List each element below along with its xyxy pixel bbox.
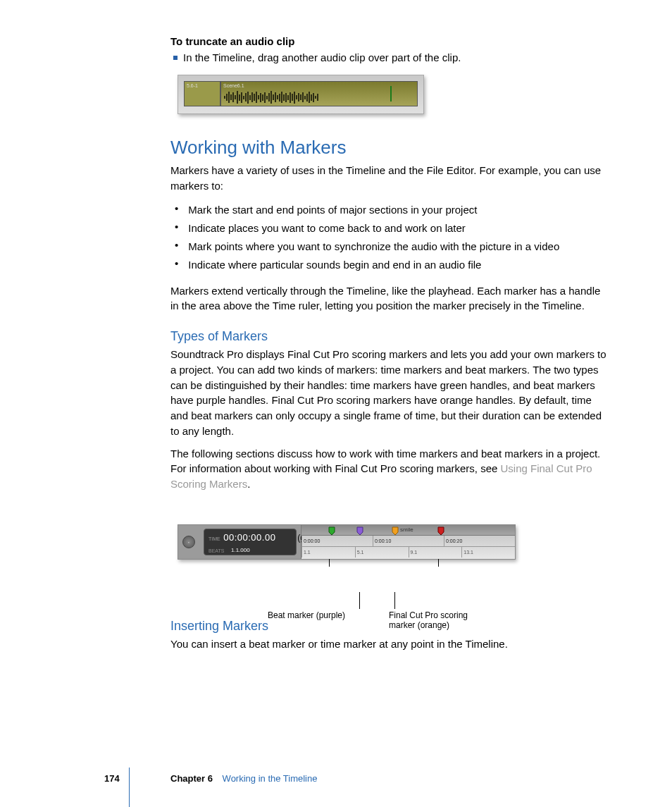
tick-time-0: 0:00:00	[301, 536, 373, 546]
bullet-square-icon	[173, 56, 178, 60]
tick-row-beats: 1.1 5.1 9.1 13.1	[301, 547, 515, 557]
ruler-timeline: smile 0:00:00 0:00:10 0:00:20 1.1 5.1 9.…	[301, 525, 515, 559]
tick-beat-3: 13.1	[461, 547, 515, 557]
bullet-dot-icon: •	[175, 238, 178, 256]
time-marker-icon	[328, 526, 335, 536]
markers-para2: Markers extend vertically through the Ti…	[170, 283, 609, 314]
bullet-dot-icon: •	[175, 201, 178, 219]
bullet-dot-icon: •	[175, 256, 178, 274]
callout-fcp-marker: Final Cut Pro scoring marker (orange)	[389, 610, 468, 631]
scoring-marker-icon	[392, 526, 399, 536]
markers-intro: Markers have a variety of uses in the Ti…	[170, 163, 609, 194]
types-para1: Soundtrack Pro displays Final Cut Pro sc…	[170, 347, 609, 439]
working-with-markers-heading: Working with Markers	[170, 137, 609, 159]
markers-use-2: Mark points where you want to synchroniz…	[188, 238, 559, 256]
chapter-label: Chapter 6	[170, 773, 213, 784]
clip-right: Scene6.1	[220, 81, 418, 106]
timeline-ruler-illustration: Time marker (green) End-of-project marke…	[178, 524, 516, 560]
ruler-panel: · TIME 00:00:00.00 BEATS 1.1.000	[178, 524, 516, 560]
zoom-control: ·	[178, 525, 199, 559]
scoring-marker-label: smile	[400, 526, 413, 533]
chapter-title: Working in the Timeline	[223, 773, 318, 784]
clip-left: 5.6-1	[184, 81, 220, 106]
time-display: TIME 00:00:00.00 BEATS 1.1.000	[204, 529, 297, 555]
beat-marker-icon	[356, 526, 363, 536]
callout-line	[394, 592, 395, 609]
playhead-line-icon	[390, 86, 392, 101]
callout-fcp-l1: Final Cut Pro scoring	[389, 610, 468, 620]
tick-time-2: 0:00:20	[444, 536, 515, 546]
types-of-markers-heading: Types of Markers	[170, 329, 609, 344]
tick-beat-1: 5.1	[355, 547, 409, 557]
truncate-bullet-text: In the Timeline, drag another audio clip…	[183, 50, 461, 65]
callout-fcp-l2: marker (orange)	[389, 620, 449, 630]
callout-line	[359, 592, 360, 609]
beats-value: 1.1.000	[231, 547, 250, 553]
tick-row-time: 0:00:00 0:00:10 0:00:20	[301, 536, 515, 547]
tick-beat-2: 9.1	[409, 547, 462, 557]
types-para2b: .	[247, 478, 250, 490]
types-para2: The following sections discuss how to wo…	[170, 446, 609, 492]
tick-time-1: 0:00:10	[373, 536, 444, 546]
markers-use-1: Indicate places you want to come back to…	[188, 219, 466, 238]
chapter-info: Chapter 6 Working in the Timeline	[170, 773, 317, 784]
markers-uses-list: •Mark the start and end points of major …	[175, 201, 609, 275]
bullet-dot-icon: •	[175, 219, 178, 238]
time-value: 00:00:00.00	[223, 532, 275, 543]
footer-divider	[129, 768, 130, 807]
page-number: 174	[104, 773, 120, 784]
callout-beat-marker: Beat marker (purple)	[268, 610, 345, 620]
clip-right-label: Scene6.1	[223, 83, 244, 88]
inserting-para: You can insert a beat marker or time mar…	[170, 636, 609, 652]
zoom-circle-icon: ·	[182, 536, 195, 548]
end-marker-icon	[437, 526, 444, 536]
waveform-icon	[221, 92, 417, 103]
marker-bar: smile	[301, 525, 515, 536]
truncate-heading: To truncate an audio clip	[170, 35, 609, 47]
truncate-bullet: In the Timeline, drag another audio clip…	[173, 50, 609, 65]
time-label: TIME	[209, 536, 220, 541]
markers-use-0: Mark the start and end points of major s…	[188, 201, 477, 219]
markers-use-3: Indicate where particular sounds begin a…	[188, 256, 481, 274]
tick-beat-0: 1.1	[301, 547, 355, 557]
ruler-left-panel: · TIME 00:00:00.00 BEATS 1.1.000	[178, 525, 301, 559]
beats-label: BEATS	[209, 548, 224, 553]
audio-clip-illustration: 5.6-1 Scene6.1	[178, 75, 424, 114]
